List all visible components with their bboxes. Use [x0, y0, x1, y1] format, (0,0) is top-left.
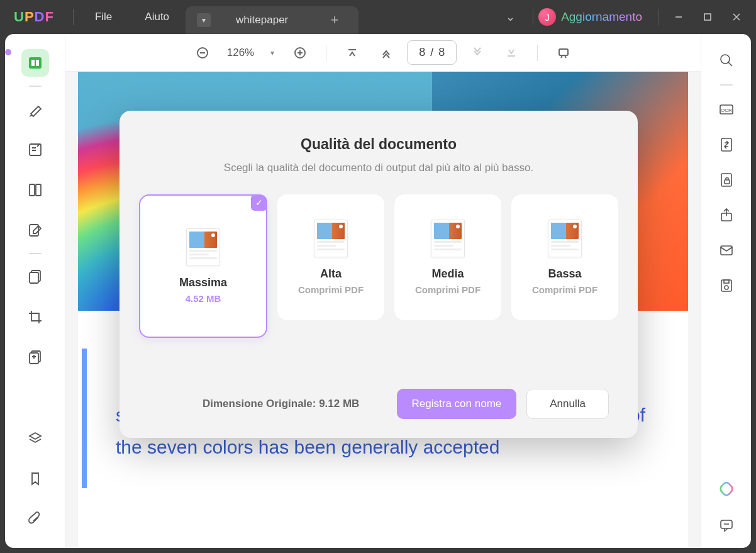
quality-option-medium[interactable]: Media Comprimi PDF — [394, 194, 501, 320]
quality-options: ✓ Massima 4.52 MB Alta Comprimi PDF Medi… — [139, 194, 618, 338]
page-manage-tool[interactable] — [21, 176, 49, 204]
quality-option-max[interactable]: ✓ Massima 4.52 MB — [139, 194, 267, 338]
share-icon[interactable] — [714, 203, 739, 228]
svg-rect-10 — [30, 184, 35, 196]
convert-icon[interactable] — [714, 132, 739, 157]
option-name: Media — [431, 267, 464, 281]
last-page-button[interactable] — [498, 40, 525, 66]
option-name: Bassa — [548, 267, 581, 281]
save-as-button[interactable]: Registra con nome — [397, 389, 517, 419]
ocr-icon[interactable]: OCR — [714, 97, 739, 122]
option-sub: Comprimi PDF — [298, 284, 364, 295]
compress-tool[interactable] — [21, 344, 49, 371]
window-maximize[interactable] — [693, 0, 722, 34]
quality-option-low[interactable]: Bassa Comprimi PDF — [511, 194, 618, 320]
bookmark-badge-icon — [525, 72, 562, 109]
page-total: 8 — [438, 46, 445, 59]
presentation-button[interactable] — [550, 40, 577, 66]
app-logo: UPDF — [0, 9, 68, 25]
tab-title: whitepaper — [220, 14, 313, 26]
option-name: Alta — [320, 267, 342, 281]
highlight-tool[interactable] — [21, 96, 49, 123]
svg-line-18 — [728, 62, 732, 66]
svg-rect-1 — [704, 14, 711, 20]
page-current: 8 — [419, 46, 425, 59]
separator — [73, 9, 74, 25]
svg-rect-11 — [36, 184, 41, 196]
document-thumb-icon — [314, 220, 348, 257]
crop-tool[interactable] — [21, 303, 49, 331]
document-thumb-icon — [186, 228, 220, 266]
layers-tool[interactable] — [21, 425, 49, 452]
first-page-button[interactable] — [339, 40, 365, 66]
svg-rect-7 — [30, 144, 41, 155]
original-size-label: Dimensione Originale: 9.12 MB — [203, 398, 359, 410]
svg-rect-38 — [559, 49, 568, 55]
svg-text:OCR: OCR — [721, 108, 732, 113]
window-minimize[interactable] — [664, 0, 693, 34]
svg-rect-23 — [725, 180, 730, 184]
svg-rect-5 — [31, 60, 35, 66]
document-thumb-icon — [548, 220, 582, 257]
attachment-tool[interactable] — [21, 505, 49, 533]
dialog-subtitle: Scegli la qualità del documento di outpu… — [224, 162, 533, 174]
svg-rect-6 — [36, 60, 39, 66]
reader-tool[interactable] — [21, 49, 49, 77]
cancel-button[interactable]: Annulla — [526, 389, 609, 419]
left-sidebar — [5, 34, 65, 548]
avatar[interactable]: J — [538, 8, 556, 26]
svg-point-27 — [725, 286, 728, 289]
svg-point-17 — [721, 55, 730, 64]
separator — [29, 86, 42, 87]
quality-option-high[interactable]: Alta Comprimi PDF — [277, 194, 384, 320]
zoom-dropdown-icon[interactable]: ▾ — [265, 48, 279, 57]
separator — [537, 45, 538, 61]
separator — [659, 9, 659, 25]
option-name: Massima — [179, 276, 227, 289]
chat-icon[interactable] — [714, 513, 739, 538]
option-sub: 4.52 MB — [186, 293, 221, 304]
page-sep: / — [430, 46, 433, 59]
titlebar: UPDF File Aiuto ▾ whitepaper + ⌄ J Aggio… — [0, 0, 756, 34]
comment-tool[interactable] — [21, 136, 49, 164]
svg-rect-4 — [29, 57, 42, 69]
new-tab-button[interactable]: + — [322, 12, 347, 28]
email-icon[interactable] — [714, 238, 739, 263]
tabs-overflow-icon[interactable]: ⌄ — [493, 10, 528, 24]
check-icon: ✓ — [251, 194, 267, 211]
separator — [326, 45, 326, 61]
separator — [533, 9, 533, 25]
menu-file[interactable]: File — [79, 11, 128, 23]
zoom-in-button[interactable] — [287, 40, 313, 66]
zoom-out-button[interactable] — [189, 40, 216, 66]
svg-rect-25 — [721, 246, 732, 255]
upgrade-link[interactable]: Aggiornamento — [561, 10, 653, 24]
page-indicator[interactable]: 8 / 8 — [407, 40, 457, 65]
save-icon[interactable] — [714, 273, 739, 298]
text-highlight-strip — [82, 349, 87, 488]
right-sidebar: OCR — [701, 34, 751, 548]
zoom-value: 126% — [223, 47, 258, 59]
protect-icon[interactable] — [714, 167, 739, 193]
edit-tool[interactable] — [21, 216, 49, 244]
search-icon[interactable] — [714, 48, 739, 73]
svg-rect-14 — [30, 272, 38, 283]
dialog-title: Qualità del documento — [301, 136, 457, 153]
option-sub: Comprimi PDF — [415, 284, 481, 295]
dialog-footer: Dimensione Originale: 9.12 MB Registra c… — [142, 389, 615, 419]
bookmark-tool[interactable] — [21, 465, 49, 493]
window-close[interactable] — [722, 0, 751, 34]
menu-help[interactable]: Aiuto — [128, 11, 186, 23]
ai-assistant-icon[interactable] — [714, 476, 739, 501]
document-thumb-icon — [431, 220, 465, 257]
prev-page-button[interactable] — [373, 40, 399, 66]
organize-tool[interactable] — [21, 263, 49, 291]
separator — [720, 84, 733, 86]
view-toolbar: 126% ▾ 8 / 8 — [65, 34, 701, 72]
quality-dialog: Qualità del documento Scegli la qualità … — [120, 111, 638, 438]
next-page-button[interactable] — [464, 40, 491, 66]
document-tab[interactable]: ▾ whitepaper + — [186, 6, 359, 34]
svg-rect-28 — [724, 280, 729, 283]
option-sub: Comprimi PDF — [532, 284, 598, 295]
tab-dropdown-icon[interactable]: ▾ — [197, 13, 211, 27]
